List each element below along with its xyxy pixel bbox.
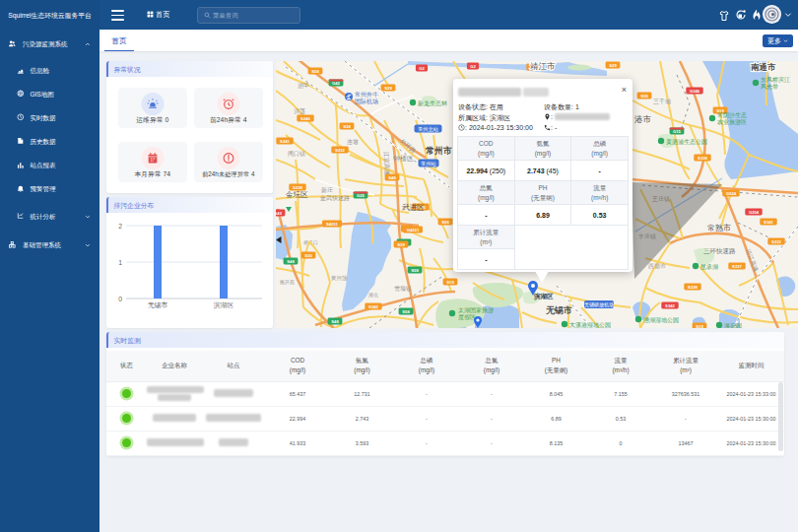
svg-text:G42: G42: [332, 81, 341, 86]
svg-text:常州北站: 常州北站: [418, 126, 439, 133]
svg-text:G346: G346: [690, 89, 700, 94]
svg-text:港市: 港市: [634, 114, 652, 124]
svg-text:S19: S19: [446, 280, 454, 285]
svg-text:黄泗浦生态公园: 黄泗浦生态公园: [666, 138, 707, 146]
svg-text:西塘市: 西塘市: [648, 262, 666, 270]
svg-text:S48: S48: [388, 175, 396, 180]
svg-text:无锡市: 无锡市: [545, 305, 572, 315]
svg-text:S232: S232: [335, 148, 345, 153]
svg-text:泗甲: 泗甲: [298, 83, 309, 90]
svg-text:三环快速路: 三环快速路: [703, 247, 736, 255]
svg-text:金武快速路: 金武快速路: [319, 195, 350, 202]
svg-text:S19: S19: [696, 324, 703, 328]
svg-text:S58: S58: [402, 309, 410, 314]
svg-text:常阴沙生态: 常阴沙生态: [717, 111, 747, 119]
svg-text:农业旅游区: 农业旅游区: [717, 118, 747, 126]
svg-text:钟楼区: 钟楼区: [392, 155, 414, 163]
svg-text:金坛区: 金坛区: [286, 190, 308, 199]
svg-text:昆承湖: 昆承湖: [700, 264, 718, 271]
svg-text:S342: S342: [368, 304, 378, 309]
svg-text:G524: G524: [726, 191, 737, 196]
svg-text:洪荡: 洪荡: [294, 108, 305, 115]
svg-text:S338: S338: [698, 156, 707, 161]
svg-text:G204: G204: [749, 210, 760, 215]
svg-text:S232: S232: [771, 239, 781, 244]
svg-text:G15: G15: [673, 129, 682, 134]
svg-text:度假区: 度假区: [458, 313, 476, 321]
svg-text:S342: S342: [665, 303, 675, 308]
svg-text:大溪港湿地公园: 大溪港湿地公园: [569, 321, 611, 328]
svg-text:G42: G42: [276, 211, 283, 216]
svg-text:武进区: 武进区: [402, 203, 425, 212]
svg-text:2: 2: [118, 223, 122, 230]
svg-text:G2: G2: [419, 66, 425, 71]
svg-text:连墩: 连墩: [347, 139, 359, 146]
svg-text:漕湖湿地公园: 漕湖湿地公园: [643, 316, 679, 324]
svg-text:S4011: S4011: [326, 222, 339, 227]
svg-text:太湖国家旅游: 太湖国家旅游: [458, 306, 494, 314]
svg-text:风光带: 风光带: [761, 84, 778, 91]
svg-text:三干埔: 三干埔: [653, 98, 671, 104]
svg-text:0: 0: [118, 296, 122, 302]
svg-text:S227: S227: [732, 264, 742, 269]
svg-text:S30: S30: [304, 253, 312, 258]
svg-text:国际机场: 国际机场: [355, 98, 378, 105]
svg-text:常州奔牛: 常州奔牛: [355, 92, 378, 98]
svg-text:滨湖区: 滨湖区: [214, 301, 234, 309]
svg-text:S48: S48: [287, 259, 295, 264]
svg-text:S240: S240: [300, 116, 310, 121]
svg-text:S35: S35: [640, 94, 648, 99]
svg-text:S58: S58: [411, 268, 419, 273]
svg-text:江宜高速: 江宜高速: [383, 152, 391, 175]
svg-text:新庄: 新庄: [321, 186, 333, 193]
svg-text:靖江市: 靖江市: [530, 61, 556, 71]
svg-text:漫荷园: 漫荷园: [724, 322, 742, 328]
svg-text:S48: S48: [331, 319, 339, 324]
svg-text:东风桥滨江: 东风桥滨江: [761, 76, 790, 83]
svg-text:S39: S39: [384, 86, 392, 91]
svg-text:新龙生态林: 新龙生态林: [418, 100, 448, 106]
svg-text:G4221: G4221: [407, 228, 420, 233]
svg-text:滨湖区: 滨湖区: [534, 293, 554, 300]
svg-text:黄河荡: 黄河荡: [331, 275, 348, 282]
svg-text:常州市: 常州市: [426, 146, 452, 156]
svg-text:施开苑: 施开苑: [279, 279, 295, 286]
svg-text:G2: G2: [470, 64, 476, 69]
svg-text:无锡硕放机场: 无锡硕放机场: [584, 301, 614, 308]
svg-text:S58: S58: [441, 220, 449, 225]
svg-text:S58: S58: [311, 69, 319, 74]
svg-text:S38: S38: [343, 124, 351, 129]
svg-text:S39: S39: [397, 242, 405, 247]
svg-text:常熟市: 常熟市: [707, 224, 731, 233]
svg-text:雪堰镇: 雪堰镇: [394, 285, 412, 292]
svg-text:无锡市: 无锡市: [148, 301, 168, 309]
svg-text:S228: S228: [688, 285, 698, 290]
svg-text:闸口镇: 闸口镇: [288, 151, 305, 158]
svg-text:常州站: 常州站: [421, 161, 436, 167]
svg-text:南通市: 南通市: [751, 62, 776, 72]
svg-text:S29: S29: [609, 63, 617, 68]
svg-text:G25: G25: [357, 193, 366, 198]
svg-text:湘仓: 湘仓: [368, 292, 378, 299]
svg-text:S341: S341: [764, 220, 773, 225]
svg-text:S241: S241: [280, 139, 290, 144]
svg-text:1: 1: [118, 259, 122, 266]
